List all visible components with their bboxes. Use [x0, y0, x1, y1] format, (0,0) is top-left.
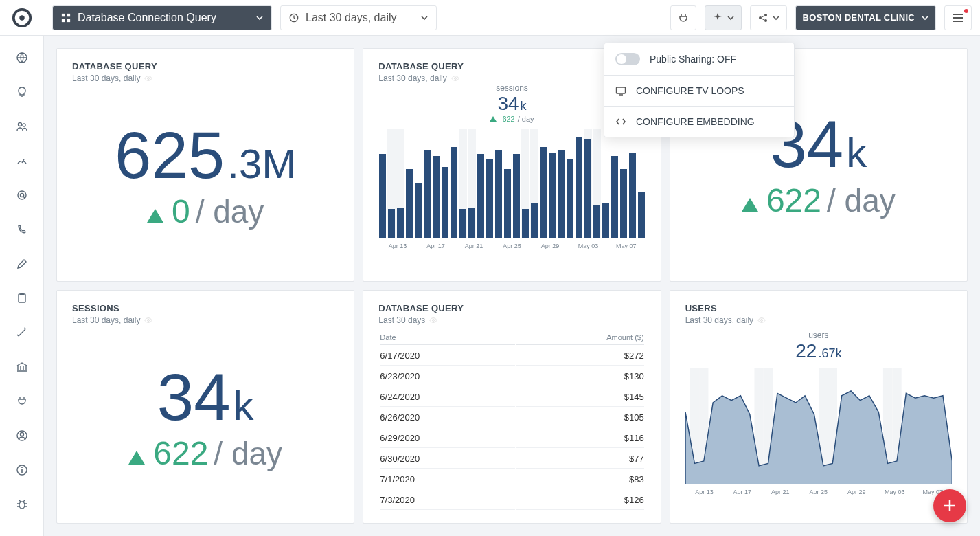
sidebar-wand[interactable] [14, 324, 30, 341]
cell-date: 7/3/2020 [380, 491, 515, 510]
sidebar-account[interactable] [14, 427, 30, 444]
bar-slot [432, 129, 440, 238]
query-selector[interactable]: Database Connection Query [52, 5, 272, 30]
code-icon [615, 116, 626, 127]
panel-db-query-table: DATABASE QUERY Last 30 days Date Amount … [363, 290, 661, 524]
bar [468, 208, 475, 238]
metric-delta: 622 [153, 434, 208, 472]
svg-point-12 [18, 123, 21, 126]
bar [477, 154, 484, 238]
table-row: 6/24/2020$145 [380, 388, 643, 407]
bar-slot [566, 129, 574, 238]
panel-users: USERS Last 30 days, daily users 22.67k A… [670, 290, 968, 524]
metric-per: / day [827, 182, 896, 219]
sidebar-at[interactable] [14, 187, 30, 203]
bar-slot [378, 129, 387, 238]
svg-point-8 [764, 14, 767, 16]
bar-slot [512, 129, 521, 238]
account-icon [16, 429, 28, 442]
up-arrow-icon [147, 209, 163, 223]
visibility-icon [144, 74, 152, 82]
metric-value: 625 [115, 122, 225, 188]
cell-amount: $145 [516, 388, 643, 407]
bar [540, 147, 547, 238]
cell-date: 6/23/2020 [380, 367, 515, 386]
main-menu-button[interactable] [944, 5, 972, 30]
svg-point-26 [761, 320, 763, 322]
metric-delta: 0 [172, 192, 190, 230]
sidebar-info[interactable] [14, 462, 30, 478]
cell-amount: $77 [516, 449, 643, 469]
panel-sessions-metric: SESSIONS Last 30 days, daily 34k 622/ da… [56, 290, 354, 524]
bar-slot [468, 129, 476, 238]
bar [522, 209, 529, 238]
plugin-button[interactable] [670, 5, 696, 30]
up-arrow-icon [128, 451, 145, 465]
svg-point-7 [759, 16, 762, 19]
cell-amount: $130 [516, 367, 643, 386]
add-button[interactable] [933, 489, 966, 522]
sidebar-clipboard[interactable] [14, 290, 30, 306]
panel-subtitle: Last 30 days, daily [72, 74, 339, 83]
public-sharing-toggle-row[interactable]: Public Sharing: OFF [604, 43, 794, 75]
sidebar-bank[interactable] [14, 359, 30, 375]
axis-label: Apr 21 [455, 243, 492, 249]
toggle-switch[interactable] [615, 53, 640, 65]
workspace-selector[interactable]: BOSTON DENTAL CLINIC [795, 5, 936, 30]
date-range-label: Last 30 days, daily [306, 12, 397, 24]
panel-subtitle: Last 30 days, daily [685, 315, 952, 325]
col-date: Date [380, 331, 515, 345]
embed-label: CONFIGURE EMBEDDING [636, 116, 755, 127]
app-logo[interactable] [0, 0, 44, 36]
bar-slot [423, 129, 431, 238]
visibility-icon [144, 316, 152, 324]
sidebar-edit[interactable] [14, 256, 30, 272]
cell-date: 6/26/2020 [380, 408, 515, 427]
bar [451, 147, 457, 238]
bar [531, 203, 538, 238]
metric-suffix: .3M [227, 140, 296, 188]
share-button[interactable] [750, 5, 787, 30]
share-dropdown: Public Sharing: OFF CONFIGURE TV LOOPS C… [604, 43, 795, 137]
table-row: 6/23/2020$130 [380, 367, 643, 386]
share-icon [757, 12, 768, 23]
up-arrow-icon [742, 198, 758, 212]
sidebar-bug[interactable] [14, 496, 30, 513]
chevron-down-icon [773, 14, 779, 21]
date-range-selector[interactable]: Last 30 days, daily [280, 5, 437, 30]
table-row: 7/3/2020$126 [380, 491, 643, 510]
theme-button[interactable] [705, 5, 742, 30]
axis-label: Apr 17 [723, 489, 761, 495]
wand-icon [16, 326, 28, 339]
bar [620, 169, 627, 238]
sidebar-plug[interactable] [14, 393, 30, 410]
sidebar-speed[interactable] [14, 153, 30, 169]
sidebar-idea[interactable] [14, 84, 30, 100]
sidebar-phone[interactable] [14, 221, 30, 238]
bar [442, 167, 448, 238]
panel-title: DATABASE QUERY [378, 303, 645, 313]
sidebar-users[interactable] [14, 118, 30, 135]
svg-point-22 [148, 78, 150, 80]
bar [549, 153, 556, 238]
bar-slot [521, 129, 529, 238]
table-row: 6/30/2020$77 [380, 449, 643, 469]
configure-tv-loops[interactable]: CONFIGURE TV LOOPS [604, 75, 794, 106]
globe-icon [16, 52, 28, 64]
cell-date: 7/1/2020 [380, 470, 515, 489]
axis-label: Apr 25 [493, 243, 531, 249]
svg-rect-10 [617, 87, 626, 93]
bar-slot [548, 129, 556, 238]
chevron-down-icon [727, 14, 734, 21]
header: Database Connection Query Last 30 days, … [0, 0, 980, 36]
cell-date: 6/17/2020 [380, 346, 515, 366]
axis-label: Apr 29 [531, 243, 569, 249]
axis-label: Apr 13 [685, 489, 723, 495]
at-icon [16, 189, 28, 201]
bar [433, 156, 440, 238]
sidebar-globe[interactable] [14, 49, 30, 66]
bar-slot [637, 129, 646, 238]
bar [638, 192, 645, 238]
configure-embedding[interactable]: CONFIGURE EMBEDDING [604, 106, 794, 137]
visibility-icon [451, 74, 459, 82]
